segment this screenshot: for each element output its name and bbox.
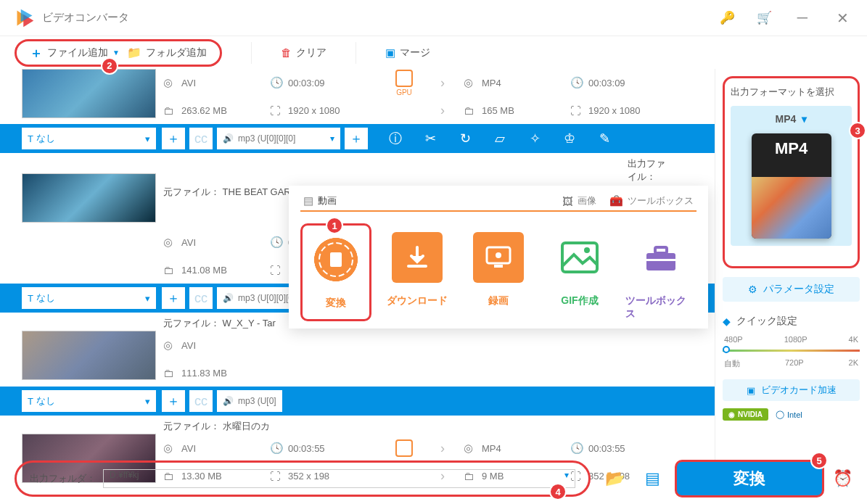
resolution-labels-top: 480P 1080P 4K (723, 335, 860, 344)
subtitle-select[interactable]: T なし▾ (22, 390, 156, 412)
out-duration: 00:03:55 (588, 443, 625, 454)
minimize-button[interactable]: ─ (794, 9, 811, 26)
svg-point-6 (584, 247, 590, 253)
nvidia-badge: ◉NVIDIA (723, 408, 768, 421)
gpu-badges: ◉NVIDIA ◯Intel (723, 408, 860, 421)
svg-rect-4 (494, 265, 503, 268)
format-label: MP4 (776, 113, 797, 125)
mode-popup: ▤動画 🖼画像 🧰ツールボックス 1 変換 ダウンロード 録画 GIF作成 ツー… (289, 186, 708, 329)
src-format: AVI (181, 78, 196, 88)
parameter-settings-button[interactable]: ⚙ パラメータ設定 (723, 277, 860, 302)
app-title: ビデオコンバータ (42, 11, 720, 25)
card-gif[interactable]: GIF作成 (544, 223, 615, 321)
src-size: 263.62 MB (181, 105, 227, 116)
toolbox-label: ツールボックス (625, 294, 697, 321)
info-button[interactable]: ⓘ (378, 124, 413, 153)
alarm-button[interactable]: ⏰ (833, 469, 852, 488)
crop-button[interactable]: ▱ (482, 124, 517, 153)
chevron-down-icon: ▾ (802, 113, 807, 125)
out-resolution: 1920 x 1080 (588, 105, 641, 116)
effects-button[interactable]: ✧ (517, 124, 552, 153)
tab-video[interactable]: ▤動画 (300, 194, 340, 207)
cc-button[interactable]: cc (189, 390, 213, 412)
arrow-icon: › (440, 75, 455, 91)
audio-select[interactable]: 🔊mp3 (U[0] (217, 390, 282, 412)
toolbar: ＋ ファイル追加 ▼ 📁 フォルダ追加 2 🗑 クリア ▣ マージ (0, 36, 867, 69)
cc-button[interactable]: cc (189, 128, 213, 149)
badge-5: 5 (810, 452, 828, 469)
slider-thumb[interactable] (723, 346, 730, 353)
tab-image[interactable]: 🖼画像 (559, 194, 599, 207)
add-subtitle-button[interactable]: ＋ (162, 390, 185, 412)
dot-icon: ◆ (723, 315, 731, 327)
card-toolbox[interactable]: ツールボックス (625, 223, 697, 321)
src-format: AVI (181, 340, 196, 351)
output-folder-label: 出力フォルダ： (30, 472, 96, 485)
card-download[interactable]: ダウンロード (382, 223, 453, 321)
thumbnail[interactable] (22, 173, 156, 223)
thumbnail[interactable] (22, 69, 156, 118)
subtitle-select[interactable]: T なし▾ (22, 287, 156, 309)
edit-button[interactable]: ✎ (587, 124, 622, 153)
settings-icon: ⚙ (748, 284, 757, 295)
format-badge: MP4 (752, 139, 831, 158)
tab-toolbox[interactable]: 🧰ツールボックス (607, 194, 697, 207)
convert-label: 変換 (734, 468, 765, 489)
card-record[interactable]: 録画 (463, 223, 534, 321)
merge-button[interactable]: ▣ マージ (385, 46, 430, 59)
add-subtitle-button[interactable]: ＋ (162, 128, 185, 149)
format-select[interactable]: MP4 ▾ (738, 113, 845, 125)
gpu-accel-button[interactable]: ▣ ビデオカード加速 (723, 379, 860, 401)
arrow-icon: › (440, 441, 455, 456)
merge-icon: ▣ (385, 46, 395, 59)
chevron-down-icon: ▾ (145, 293, 150, 304)
speaker-icon: 🔊 (223, 133, 234, 144)
folder-icon: 🗀 (163, 104, 176, 117)
card-convert[interactable]: 1 変換 (300, 223, 371, 321)
gpu-indicator: GPU (382, 70, 426, 96)
disc-icon: ◎ (464, 76, 477, 89)
subtitle-select[interactable]: T なし▾ (22, 128, 156, 149)
resolution-icon: ⛶ (570, 104, 583, 117)
cut-button[interactable]: ✂ (413, 124, 448, 153)
output-folder-input[interactable]: D:¥ff¥kj ▾ (103, 469, 575, 488)
chevron-down-icon: ▼ (112, 49, 120, 57)
disc-icon: ◎ (464, 442, 477, 455)
cc-button[interactable]: cc (189, 287, 213, 309)
thumbnail[interactable] (22, 331, 156, 380)
format-thumbnail: MP4 (752, 133, 831, 239)
add-audio-button[interactable]: ＋ (345, 128, 368, 149)
toolbox-icon (636, 232, 686, 283)
svg-rect-8 (655, 247, 667, 253)
quick-settings-title: ◆ クイック設定 (723, 315, 860, 328)
resolution-labels-bottom: 自動 720P 2K (723, 358, 860, 369)
audio-select[interactable]: 🔊mp3 (U[0][0][0]▾ (217, 128, 340, 149)
output-folder-wrap: 出力フォルダ： D:¥ff¥kj ▾ 4 (15, 460, 591, 497)
quality-slider[interactable] (723, 348, 860, 352)
add-subtitle-button[interactable]: ＋ (162, 287, 185, 309)
convert-button[interactable]: 5 変換 (675, 460, 824, 497)
close-button[interactable]: ✕ (833, 9, 852, 27)
clear-button[interactable]: 🗑 クリア (281, 46, 326, 59)
clock-icon: 🕓 (270, 76, 283, 89)
src-size: 141.08 MB (181, 265, 227, 276)
watermark-button[interactable]: ♔ (552, 124, 587, 153)
intel-badge: ◯Intel (776, 410, 802, 419)
rotate-button[interactable]: ↻ (448, 124, 482, 153)
clock-icon: 🕓 (570, 442, 583, 455)
speaker-icon: 🔊 (223, 396, 234, 406)
image-icon: 🖼 (562, 195, 573, 207)
edit-buttons: ⓘ ✂ ↻ ▱ ✧ ♔ ✎ (378, 124, 622, 153)
list-button[interactable]: ▤ (639, 469, 666, 488)
speaker-icon: 🔊 (223, 293, 234, 303)
toolbox-icon: 🧰 (609, 194, 623, 207)
video-icon: ▤ (303, 194, 313, 207)
cart-icon[interactable]: 🛒 (757, 10, 772, 25)
titlebar-actions: 🔑 🛒 ─ ✕ (720, 9, 852, 27)
disc-icon: ◎ (163, 442, 176, 455)
add-folder-button[interactable]: 📁 フォルダ追加 (127, 46, 207, 59)
open-folder-button[interactable]: 📂 (599, 469, 630, 488)
key-icon[interactable]: 🔑 (720, 10, 735, 25)
options-row: T なし▾ ＋ cc 🔊mp3 (U[0] (0, 387, 715, 416)
chip-icon (395, 439, 413, 457)
